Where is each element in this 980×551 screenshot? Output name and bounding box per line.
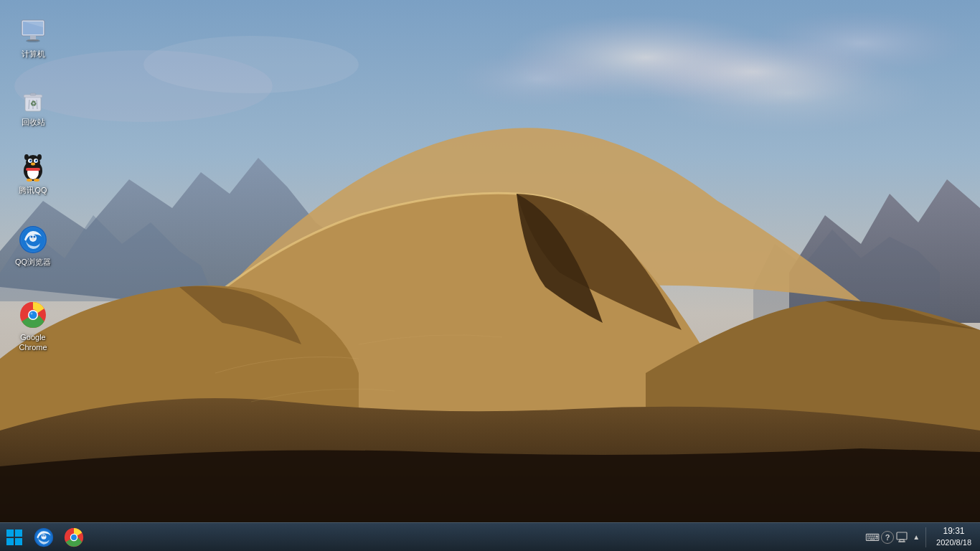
tray-separator bbox=[925, 527, 926, 547]
svg-point-32 bbox=[24, 154, 29, 160]
qq-icon bbox=[19, 154, 47, 182]
svg-rect-51 bbox=[15, 538, 22, 545]
svg-point-4 bbox=[452, 50, 624, 108]
svg-point-54 bbox=[42, 534, 47, 539]
clock-time: 19:31 bbox=[943, 525, 965, 537]
svg-rect-17 bbox=[30, 93, 36, 95]
svg-point-55 bbox=[42, 534, 44, 536]
svg-point-13 bbox=[26, 39, 40, 42]
svg-rect-48 bbox=[6, 529, 14, 537]
computer-label: 计算机 bbox=[22, 49, 45, 59]
svg-text:♻: ♻ bbox=[30, 100, 37, 108]
svg-point-47 bbox=[31, 313, 33, 315]
taskbar-chrome-icon bbox=[64, 527, 84, 547]
svg-point-42 bbox=[34, 236, 36, 238]
taskbar: ⌨ ? ▲ 19:31 2020/8/18 bbox=[0, 522, 980, 551]
tray-expand-arrow[interactable]: ▲ bbox=[911, 533, 921, 541]
desktop-icon-qq[interactable]: 腾讯QQ bbox=[7, 151, 59, 198]
svg-rect-11 bbox=[30, 36, 36, 39]
svg-point-33 bbox=[37, 154, 42, 160]
taskbar-qqbrowser[interactable] bbox=[29, 523, 58, 552]
svg-rect-50 bbox=[6, 538, 14, 545]
taskbar-chrome[interactable] bbox=[60, 523, 88, 552]
chrome-icon bbox=[19, 301, 47, 329]
start-button[interactable] bbox=[0, 523, 29, 552]
help-tray-icon[interactable]: ? bbox=[881, 531, 894, 544]
svg-point-30 bbox=[36, 160, 37, 161]
qqbrowser-label: QQ浏览器 bbox=[15, 257, 51, 267]
chrome-label: Google Chrome bbox=[19, 332, 47, 353]
qq-label: 腾讯QQ bbox=[19, 185, 47, 195]
desktop-icon-chrome[interactable]: Google Chrome bbox=[7, 298, 59, 356]
desktop-icon-recycle[interactable]: ♻ 回收站 bbox=[7, 83, 59, 130]
display-tray-icon[interactable] bbox=[895, 530, 910, 545]
svg-point-31 bbox=[31, 163, 35, 166]
svg-point-7 bbox=[143, 36, 359, 93]
desktop-icon-computer[interactable]: 计算机 bbox=[7, 14, 59, 62]
svg-point-43 bbox=[32, 238, 34, 240]
svg-point-36 bbox=[34, 179, 39, 182]
svg-rect-49 bbox=[15, 529, 22, 537]
qqbrowser-icon bbox=[19, 225, 47, 254]
keyboard-tray-icon[interactable]: ⌨ bbox=[865, 530, 880, 545]
svg-point-5 bbox=[646, 54, 933, 133]
svg-point-59 bbox=[71, 534, 77, 540]
svg-point-35 bbox=[27, 179, 32, 182]
windows-logo-icon bbox=[6, 529, 23, 546]
svg-point-46 bbox=[29, 311, 37, 319]
computer-icon bbox=[19, 17, 47, 46]
svg-rect-60 bbox=[897, 532, 907, 540]
recycle-icon: ♻ bbox=[19, 85, 47, 114]
taskbar-qqbrowser-icon bbox=[34, 527, 54, 547]
wallpaper bbox=[0, 0, 980, 522]
recycle-label: 回收站 bbox=[22, 117, 45, 127]
desktop: 计算机 ♻ 回收站 bbox=[0, 0, 980, 522]
desktop-icon-qqbrowser[interactable]: QQ浏览器 bbox=[7, 222, 59, 270]
svg-point-41 bbox=[31, 236, 33, 238]
clock-date: 2020/8/18 bbox=[936, 537, 971, 548]
svg-rect-34 bbox=[26, 168, 40, 171]
svg-point-56 bbox=[44, 534, 45, 536]
svg-point-29 bbox=[30, 160, 32, 161]
taskbar-right: ⌨ ? ▲ 19:31 2020/8/18 bbox=[865, 523, 980, 552]
clock-area[interactable]: 19:31 2020/8/18 bbox=[930, 523, 977, 552]
